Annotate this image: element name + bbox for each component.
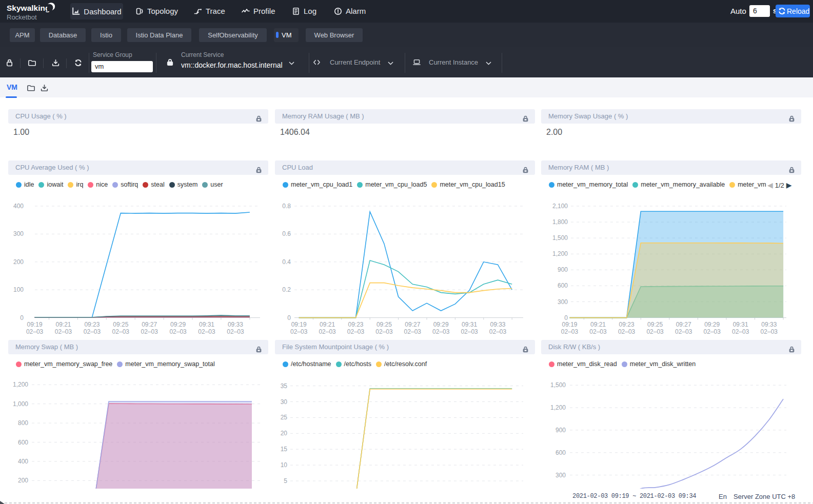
svg-text:09:25: 09:25 [113,321,128,328]
svg-text:25: 25 [281,414,288,421]
svg-text:09:33: 09:33 [761,321,777,328]
svg-text:0.8: 0.8 [282,203,291,210]
svg-text:02–03: 02–03 [112,328,130,335]
svg-text:0.2: 0.2 [282,286,291,293]
svg-text:09:29: 09:29 [170,321,186,328]
svg-text:09:25: 09:25 [647,321,663,328]
svg-text:02–03: 02–03 [319,328,336,335]
svg-text:09:33: 09:33 [228,321,243,328]
svg-text:02–03: 02–03 [26,328,44,335]
svg-text:200: 200 [18,477,28,484]
svg-text:0: 0 [564,314,568,321]
svg-text:09:21: 09:21 [590,321,606,328]
svg-text:09:21: 09:21 [320,321,335,328]
svg-text:09:25: 09:25 [376,321,392,328]
svg-text:1,500: 1,500 [552,234,568,241]
svg-text:02–03: 02–03 [84,328,101,335]
svg-text:09:31: 09:31 [462,321,477,328]
svg-text:09:23: 09:23 [348,321,363,328]
svg-text:1,500: 1,500 [550,381,566,389]
svg-text:09:19: 09:19 [291,321,307,328]
svg-text:09:27: 09:27 [676,321,691,328]
svg-text:02–03: 02–03 [646,328,664,335]
svg-text:400: 400 [13,203,24,210]
svg-text:5: 5 [284,477,287,485]
svg-text:900: 900 [558,266,568,273]
svg-text:09:21: 09:21 [55,321,71,328]
svg-text:35: 35 [281,382,288,390]
svg-text:0: 0 [287,314,291,321]
svg-text:100: 100 [13,286,24,293]
svg-text:02–03: 02–03 [432,328,450,335]
svg-text:300: 300 [556,472,566,479]
svg-text:1,000: 1,000 [13,400,28,408]
svg-text:02–03: 02–03 [461,328,478,335]
svg-text:20: 20 [281,430,288,437]
svg-text:09:29: 09:29 [433,321,449,328]
svg-text:02–03: 02–03 [198,328,215,335]
svg-text:0.4: 0.4 [282,258,291,266]
svg-text:15: 15 [281,446,288,453]
svg-text:600: 600 [556,449,566,456]
svg-text:10: 10 [281,461,288,469]
svg-text:600: 600 [18,439,28,446]
svg-text:300: 300 [558,298,568,306]
svg-text:02–03: 02–03 [290,328,308,335]
svg-text:300: 300 [13,230,24,237]
svg-text:400: 400 [18,458,28,465]
svg-text:900: 900 [556,427,566,434]
svg-text:09:19: 09:19 [562,321,577,328]
svg-text:09:27: 09:27 [405,321,420,328]
svg-text:02–03: 02–03 [761,328,778,335]
svg-text:09:23: 09:23 [619,321,634,328]
svg-text:02–03: 02–03 [169,328,187,335]
svg-text:02–03: 02–03 [589,328,607,335]
svg-text:09:23: 09:23 [84,321,100,328]
svg-text:1,200: 1,200 [13,381,28,388]
svg-text:30: 30 [281,398,288,406]
svg-text:02–03: 02–03 [375,328,393,335]
svg-text:02–03: 02–03 [404,328,422,335]
svg-text:09:27: 09:27 [142,321,157,328]
svg-text:02–03: 02–03 [675,328,692,335]
svg-text:2,100: 2,100 [552,203,568,210]
svg-text:09:33: 09:33 [490,321,505,328]
svg-text:1,200: 1,200 [550,404,566,411]
svg-text:09:19: 09:19 [27,321,43,328]
svg-text:200: 200 [13,258,24,266]
svg-text:02–03: 02–03 [347,328,365,335]
svg-text:02–03: 02–03 [489,328,507,335]
svg-text:1,800: 1,800 [552,218,568,226]
svg-text:02–03: 02–03 [732,328,749,335]
svg-text:600: 600 [558,282,568,289]
svg-text:09:31: 09:31 [733,321,748,328]
svg-text:02–03: 02–03 [704,328,721,335]
svg-text:09:29: 09:29 [704,321,720,328]
svg-text:1,200: 1,200 [552,250,568,257]
svg-text:09:31: 09:31 [199,321,214,328]
svg-text:02–03: 02–03 [618,328,636,335]
svg-text:0.6: 0.6 [282,230,291,237]
svg-text:02–03: 02–03 [561,328,579,335]
svg-text:800: 800 [18,419,28,427]
svg-text:02–03: 02–03 [227,328,244,335]
svg-text:02–03: 02–03 [55,328,72,335]
svg-text:02–03: 02–03 [141,328,158,335]
svg-text:0: 0 [20,314,24,321]
